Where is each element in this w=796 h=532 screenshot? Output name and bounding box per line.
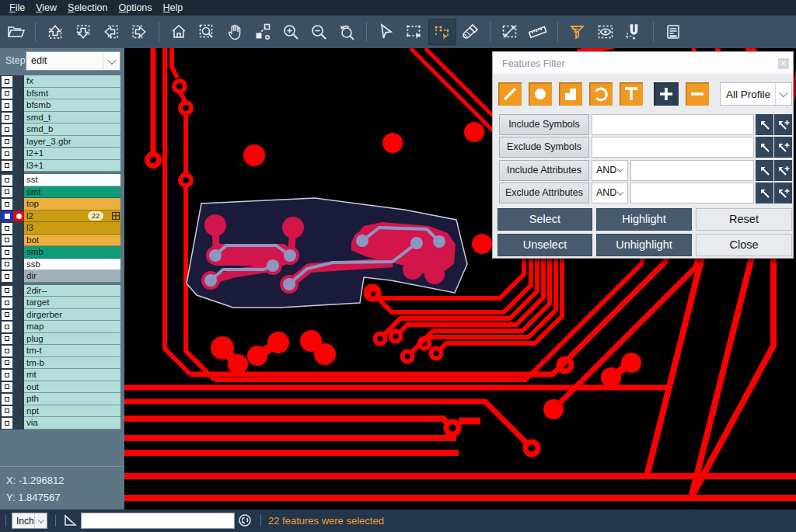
include-attributes-and-select[interactable]: AND — [592, 160, 628, 181]
layer-checkbox[interactable] — [2, 370, 12, 381]
layer-row-dirgerber[interactable]: dirgerber — [0, 309, 124, 322]
highlight-button[interactable]: Highlight — [596, 208, 692, 231]
layer-row-ssb[interactable]: ssb — [0, 259, 124, 271]
layer-checkbox[interactable] — [2, 175, 12, 186]
layer-checkbox[interactable] — [2, 235, 12, 246]
step-select[interactable]: edit — [26, 51, 120, 71]
layer-row-2dir--[interactable]: 2dir-- — [0, 285, 124, 297]
layer-checkbox[interactable] — [2, 394, 12, 405]
layer-checkbox[interactable] — [2, 124, 12, 135]
layer-checkbox[interactable] — [2, 223, 12, 234]
menu-view[interactable]: View — [30, 0, 62, 16]
polarity-negative-button[interactable] — [686, 82, 709, 106]
command-input[interactable] — [81, 513, 235, 529]
include-attributes-button[interactable]: Include Attributes — [499, 160, 589, 181]
report-list-icon[interactable] — [659, 19, 687, 45]
layer-row-pth[interactable]: pth — [0, 393, 124, 405]
view-options-icon[interactable] — [592, 19, 620, 45]
layer-row-bfsmt[interactable]: bfsmt — [0, 88, 124, 100]
select-polygon-icon[interactable] — [428, 19, 456, 45]
layer-row-smt[interactable]: smt — [0, 186, 124, 199]
layer-checkbox[interactable] — [2, 346, 12, 356]
layer-checkbox[interactable] — [2, 89, 12, 99]
layer-checkbox[interactable] — [2, 310, 12, 321]
layer-checkbox[interactable] — [2, 247, 12, 258]
exclude-symbols-button[interactable]: Exclude Symbols — [499, 137, 589, 158]
layer-row-l3+1[interactable]: l3+1 — [0, 160, 124, 172]
layer-row-smd_t[interactable]: smd_t — [0, 112, 124, 124]
pan-hand-icon[interactable] — [221, 19, 249, 45]
layer-row-mt[interactable]: mt — [0, 369, 124, 381]
snap-angle-icon[interactable] — [64, 514, 77, 530]
layer-row-l3[interactable]: l3 — [0, 222, 124, 235]
pick-arrow-add-icon[interactable] — [774, 137, 792, 158]
filter-tool-text[interactable] — [620, 82, 643, 106]
layer-row-dir[interactable]: dir — [0, 270, 124, 283]
exclude-attributes-and-select[interactable]: AND — [592, 183, 628, 203]
filter-tool-line[interactable] — [498, 82, 522, 106]
pick-arrow-add-icon[interactable] — [774, 114, 792, 135]
snap-magnet-icon[interactable] — [620, 19, 648, 45]
layer-checkbox[interactable] — [2, 259, 12, 270]
import-up-icon[interactable] — [41, 19, 69, 45]
layer-checkbox[interactable] — [2, 286, 12, 297]
pick-arrow-add-icon[interactable] — [774, 183, 792, 203]
layer-row-smb[interactable]: smb — [0, 246, 124, 259]
measure-line-icon[interactable] — [496, 19, 524, 45]
zoom-out-icon[interactable] — [305, 19, 333, 45]
layer-row-out[interactable]: out — [0, 381, 124, 394]
reset-button[interactable]: Reset — [696, 208, 792, 231]
layer-checkbox[interactable] — [2, 418, 12, 429]
zoom-previous-icon[interactable] — [333, 19, 361, 45]
unhighlight-button[interactable]: Unhighlight — [596, 234, 692, 256]
layer-checkbox[interactable] — [2, 358, 12, 369]
layer-checkbox[interactable] — [2, 271, 12, 282]
sync-icon[interactable] — [238, 513, 252, 530]
layer-row-target[interactable]: target — [0, 297, 124, 309]
layer-row-via[interactable]: via — [0, 417, 124, 429]
pick-arrow-icon[interactable] — [756, 183, 773, 203]
include-symbols-input[interactable] — [592, 114, 754, 135]
zoom-in-icon[interactable] — [277, 19, 305, 45]
layer-row-smd_b[interactable]: smd_b — [0, 123, 124, 136]
layer-checkbox[interactable] — [2, 382, 12, 393]
layer-checkbox[interactable] — [2, 199, 12, 210]
open-folder-icon[interactable] — [2, 19, 30, 45]
layer-row-layer_3.gbr[interactable]: layer_3.gbr — [0, 136, 124, 148]
layer-checkbox[interactable] — [2, 406, 12, 417]
import-left-icon[interactable] — [97, 19, 125, 45]
layer-row-l2+1[interactable]: l2+1 — [0, 148, 124, 160]
pick-arrow-icon[interactable] — [756, 160, 773, 181]
home-view-icon[interactable] — [165, 19, 193, 45]
clean-brush-icon[interactable] — [456, 19, 484, 45]
select-pointer-icon[interactable] — [372, 19, 400, 45]
menu-options[interactable]: Options — [113, 0, 157, 16]
pick-arrow-add-icon[interactable] — [774, 160, 792, 181]
filter-tool-pad[interactable] — [529, 82, 552, 106]
layer-row-top[interactable]: top — [0, 198, 124, 210]
filter-tool-surface[interactable] — [559, 82, 582, 106]
exclude-attributes-button[interactable]: Exclude Attributes — [499, 183, 589, 203]
zoom-polygon-icon[interactable] — [249, 19, 277, 45]
layer-checkbox[interactable] — [2, 187, 12, 198]
layer-row-bfsmb[interactable]: bfsmb — [0, 99, 124, 112]
include-symbols-button[interactable]: Include Symbols — [499, 114, 589, 135]
layer-row-fx[interactable]: fx — [0, 75, 124, 88]
layer-row-tm-t[interactable]: tm-t — [0, 345, 124, 357]
import-down-icon[interactable] — [69, 19, 97, 45]
layer-checkbox[interactable] — [2, 113, 12, 123]
exclude-symbols-input[interactable] — [592, 137, 754, 158]
include-attributes-input[interactable] — [630, 160, 754, 181]
layer-row-map[interactable]: map — [0, 321, 124, 333]
select-button[interactable]: Select — [498, 208, 592, 231]
pick-arrow-icon[interactable] — [756, 137, 773, 158]
layer-checkbox[interactable] — [2, 148, 12, 159]
import-right-icon[interactable] — [125, 19, 153, 45]
dialog-titlebar[interactable]: Features Filter ✕ — [493, 52, 793, 75]
zoom-area-icon[interactable] — [193, 19, 221, 45]
layer-row-plug[interactable]: plug — [0, 333, 124, 346]
measure-ruler-icon[interactable] — [524, 19, 552, 45]
select-rectangle-icon[interactable] — [400, 19, 428, 45]
profile-select[interactable]: All Profile — [720, 82, 792, 106]
menu-help[interactable]: Help — [158, 0, 189, 16]
